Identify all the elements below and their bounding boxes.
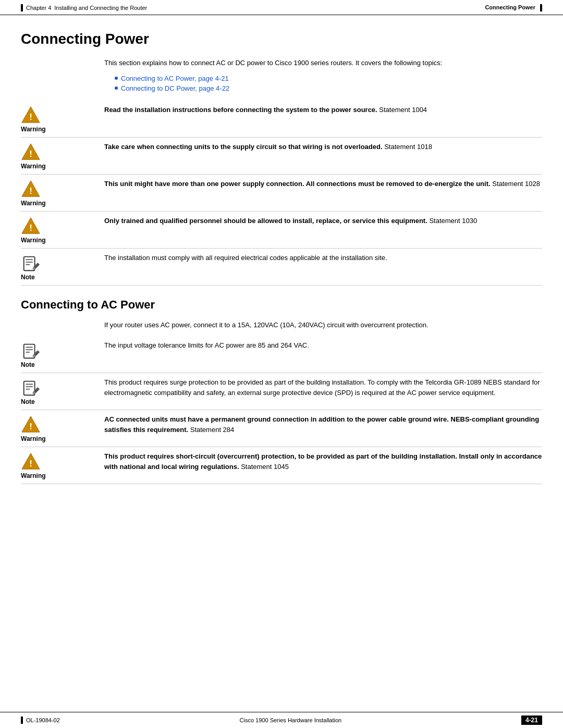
topic-links: Connecting to AC Power, page 4-21 Connec…: [115, 75, 542, 92]
warning-icon-3: !: [21, 179, 41, 199]
warning-label-4: Warning: [21, 237, 46, 244]
warning-text-2: Take care when connecting units to the s…: [104, 142, 542, 152]
footer-doc-number: OL-19084-02: [26, 717, 60, 723]
footer-left: OL-19084-02: [21, 717, 60, 724]
ac-warning-icon-col-1: ! Warning: [21, 414, 104, 442]
warning-text-4: Only trained and qualified personnel sho…: [104, 216, 542, 226]
svg-text:!: !: [29, 223, 32, 232]
header-right-bar: [540, 4, 542, 11]
note-label-1: Note: [21, 274, 35, 281]
warning-icon-col-3: ! Warning: [21, 179, 104, 207]
main-content: Connecting Power This section explains h…: [0, 15, 563, 515]
page-header: Chapter 4 Installing and Connecting the …: [0, 0, 563, 15]
warning-label-3: Warning: [21, 200, 46, 207]
ac-warning-label-1: Warning: [21, 435, 46, 442]
warning-icon-col-4: ! Warning: [21, 216, 104, 244]
ac-note-icon-col-1: Note: [21, 340, 104, 368]
warning-icon-4: !: [21, 216, 41, 236]
ac-warning-row-1: ! Warning AC connected units must have a…: [21, 410, 542, 447]
warning-text-1: Read the installation instructions befor…: [104, 105, 542, 115]
note-text-1: The installation must comply with all re…: [104, 253, 542, 263]
ac-power-link[interactable]: Connecting to AC Power, page 4-21: [121, 75, 229, 82]
warning-row-1: ! Warning Read the installation instruct…: [21, 101, 542, 138]
header-chapter-label: Chapter 4: [26, 5, 51, 11]
svg-text:!: !: [29, 112, 32, 121]
header-left: Chapter 4 Installing and Connecting the …: [21, 4, 147, 11]
warning-row-4: ! Warning Only trained and qualified per…: [21, 212, 542, 249]
warning-bold-1: Read the installation instructions befor…: [104, 106, 377, 114]
ac-warning-text-1: AC connected units must have a permanent…: [104, 414, 542, 435]
warning-icon-col-1: ! Warning: [21, 105, 104, 133]
ac-section-title: Connecting to AC Power: [21, 298, 542, 312]
ac-warning-bold-2: This product requires short-circuit (ove…: [104, 452, 542, 471]
svg-text:!: !: [29, 186, 32, 195]
warning-bold-4: Only trained and qualified personnel sho…: [104, 217, 427, 225]
warning-row-3: ! Warning This unit might have more than…: [21, 175, 542, 212]
note-icon-col-1: Note: [21, 253, 104, 281]
header-chapter-title: Installing and Connecting the Router: [54, 5, 147, 11]
warning-bold-3: This unit might have more than one power…: [104, 180, 491, 188]
ac-note-row-2: Note This product requires surge protect…: [21, 373, 542, 410]
link-ac-power[interactable]: Connecting to AC Power, page 4-21: [115, 75, 542, 82]
ac-note-text-1: The input voltage tolerance limits for A…: [104, 340, 542, 351]
ac-note-label-2: Note: [21, 398, 35, 405]
warnings-section: ! Warning Read the installation instruct…: [21, 101, 542, 286]
warning-bold-2: Take care when connecting units to the s…: [104, 143, 383, 151]
ac-warning-text-2: This product requires short-circuit (ove…: [104, 451, 542, 472]
warning-normal-3: Statement 1028: [491, 180, 540, 188]
ac-note-label-1: Note: [21, 361, 35, 368]
warning-normal-4: Statement 1030: [427, 217, 477, 225]
ac-warning-bold-1: AC connected units must have a permanent…: [104, 415, 539, 434]
ac-note-icon-1: [21, 340, 41, 360]
bullet-dot: [115, 77, 118, 80]
warning-icon-1: !: [21, 105, 41, 125]
ac-intro-text: If your router uses AC power, connect it…: [104, 320, 542, 330]
warning-label-2: Warning: [21, 163, 46, 170]
note-icon-1: [21, 253, 41, 273]
bullet-dot-2: [115, 87, 118, 90]
ac-warning-icon-1: !: [21, 414, 41, 434]
svg-text:!: !: [29, 459, 32, 468]
ac-note-row-1: Note The input voltage tolerance limits …: [21, 336, 542, 373]
note-row-1: Note The installation must comply with a…: [21, 249, 542, 286]
ac-notices-section: Note The input voltage tolerance limits …: [21, 336, 542, 484]
ac-warning-label-2: Warning: [21, 472, 46, 479]
ac-note-text-2: This product requires surge protection t…: [104, 377, 542, 398]
footer-bar: [21, 717, 23, 724]
ac-warning-icon-2: !: [21, 451, 41, 471]
page-title: Connecting Power: [21, 31, 542, 47]
ac-note-icon-col-2: Note: [21, 377, 104, 405]
intro-text: This section explains how to connect AC …: [104, 58, 542, 68]
warning-text-3: This unit might have more than one power…: [104, 179, 542, 189]
ac-warning-row-2: ! Warning This product requires short-ci…: [21, 447, 542, 484]
page-footer: OL-19084-02 Cisco 1900 Series Hardware I…: [0, 712, 563, 728]
link-dc-power[interactable]: Connecting to DC Power, page 4-22: [115, 84, 542, 92]
ac-warning-icon-col-2: ! Warning: [21, 451, 104, 479]
dc-power-link[interactable]: Connecting to DC Power, page 4-22: [121, 84, 229, 92]
warning-icon-col-2: ! Warning: [21, 142, 104, 170]
ac-warning-normal-2: Statement 1045: [239, 463, 289, 471]
warning-icon-2: !: [21, 142, 41, 162]
warning-label-1: Warning: [21, 126, 46, 133]
header-section-title: Connecting Power: [485, 4, 535, 10]
warning-normal-1: Statement 1004: [377, 106, 427, 114]
svg-text:!: !: [29, 149, 32, 158]
header-right: Connecting Power: [485, 4, 542, 11]
footer-product-name: Cisco 1900 Series Hardware Installation: [240, 717, 342, 723]
header-bar: [21, 4, 23, 11]
svg-text:!: !: [29, 422, 32, 431]
ac-note-icon-2: [21, 377, 41, 397]
warning-normal-2: Statement 1018: [383, 143, 432, 151]
ac-warning-normal-1: Statement 284: [188, 426, 234, 434]
page-number: 4-21: [521, 715, 542, 725]
warning-row-2: ! Warning Take care when connecting unit…: [21, 138, 542, 175]
